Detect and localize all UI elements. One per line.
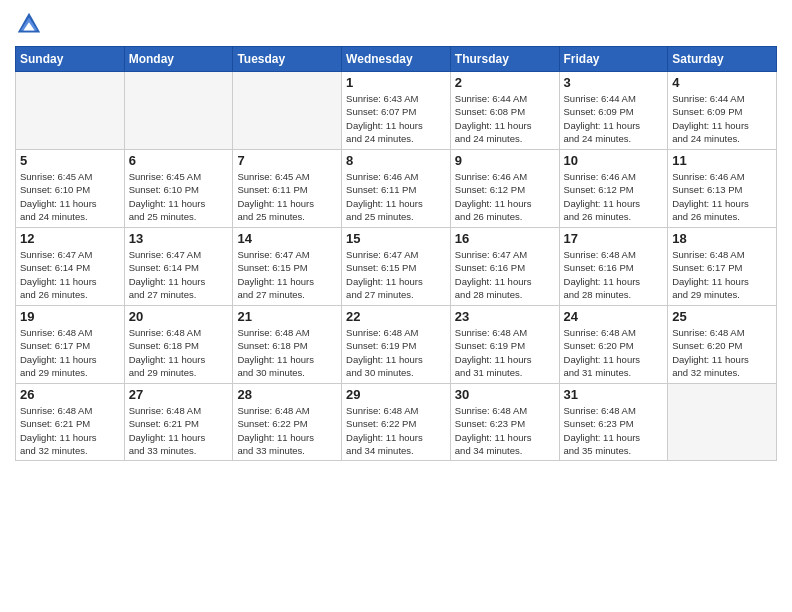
day-number: 21 <box>237 309 337 324</box>
day-number: 24 <box>564 309 664 324</box>
day-info: Sunrise: 6:45 AM Sunset: 6:10 PM Dayligh… <box>129 170 229 223</box>
day-number: 5 <box>20 153 120 168</box>
calendar-cell: 2Sunrise: 6:44 AM Sunset: 6:08 PM Daylig… <box>450 72 559 150</box>
day-number: 19 <box>20 309 120 324</box>
day-info: Sunrise: 6:48 AM Sunset: 6:17 PM Dayligh… <box>20 326 120 379</box>
calendar-cell: 6Sunrise: 6:45 AM Sunset: 6:10 PM Daylig… <box>124 150 233 228</box>
logo-icon <box>15 10 43 38</box>
day-info: Sunrise: 6:48 AM Sunset: 6:20 PM Dayligh… <box>672 326 772 379</box>
day-info: Sunrise: 6:48 AM Sunset: 6:17 PM Dayligh… <box>672 248 772 301</box>
calendar-cell <box>124 72 233 150</box>
day-number: 8 <box>346 153 446 168</box>
calendar-cell: 31Sunrise: 6:48 AM Sunset: 6:23 PM Dayli… <box>559 384 668 461</box>
day-info: Sunrise: 6:46 AM Sunset: 6:13 PM Dayligh… <box>672 170 772 223</box>
calendar-week-4: 19Sunrise: 6:48 AM Sunset: 6:17 PM Dayli… <box>16 306 777 384</box>
calendar-cell: 28Sunrise: 6:48 AM Sunset: 6:22 PM Dayli… <box>233 384 342 461</box>
day-number: 2 <box>455 75 555 90</box>
day-info: Sunrise: 6:46 AM Sunset: 6:12 PM Dayligh… <box>455 170 555 223</box>
calendar-cell: 8Sunrise: 6:46 AM Sunset: 6:11 PM Daylig… <box>342 150 451 228</box>
calendar-cell: 4Sunrise: 6:44 AM Sunset: 6:09 PM Daylig… <box>668 72 777 150</box>
day-info: Sunrise: 6:48 AM Sunset: 6:19 PM Dayligh… <box>455 326 555 379</box>
day-number: 10 <box>564 153 664 168</box>
day-number: 18 <box>672 231 772 246</box>
calendar-header-monday: Monday <box>124 47 233 72</box>
calendar-cell: 22Sunrise: 6:48 AM Sunset: 6:19 PM Dayli… <box>342 306 451 384</box>
day-info: Sunrise: 6:46 AM Sunset: 6:12 PM Dayligh… <box>564 170 664 223</box>
day-info: Sunrise: 6:48 AM Sunset: 6:19 PM Dayligh… <box>346 326 446 379</box>
day-number: 12 <box>20 231 120 246</box>
day-number: 17 <box>564 231 664 246</box>
calendar-cell: 3Sunrise: 6:44 AM Sunset: 6:09 PM Daylig… <box>559 72 668 150</box>
day-number: 11 <box>672 153 772 168</box>
page: SundayMondayTuesdayWednesdayThursdayFrid… <box>0 0 792 612</box>
day-info: Sunrise: 6:48 AM Sunset: 6:23 PM Dayligh… <box>564 404 664 457</box>
day-info: Sunrise: 6:48 AM Sunset: 6:21 PM Dayligh… <box>20 404 120 457</box>
calendar-week-1: 1Sunrise: 6:43 AM Sunset: 6:07 PM Daylig… <box>16 72 777 150</box>
calendar-cell: 21Sunrise: 6:48 AM Sunset: 6:18 PM Dayli… <box>233 306 342 384</box>
day-number: 4 <box>672 75 772 90</box>
calendar-cell <box>668 384 777 461</box>
calendar-week-2: 5Sunrise: 6:45 AM Sunset: 6:10 PM Daylig… <box>16 150 777 228</box>
day-info: Sunrise: 6:48 AM Sunset: 6:18 PM Dayligh… <box>129 326 229 379</box>
calendar-cell: 25Sunrise: 6:48 AM Sunset: 6:20 PM Dayli… <box>668 306 777 384</box>
calendar-cell: 17Sunrise: 6:48 AM Sunset: 6:16 PM Dayli… <box>559 228 668 306</box>
header <box>15 10 777 38</box>
day-info: Sunrise: 6:45 AM Sunset: 6:11 PM Dayligh… <box>237 170 337 223</box>
calendar-cell <box>233 72 342 150</box>
day-number: 22 <box>346 309 446 324</box>
day-info: Sunrise: 6:45 AM Sunset: 6:10 PM Dayligh… <box>20 170 120 223</box>
day-number: 9 <box>455 153 555 168</box>
calendar-cell: 29Sunrise: 6:48 AM Sunset: 6:22 PM Dayli… <box>342 384 451 461</box>
day-number: 30 <box>455 387 555 402</box>
day-info: Sunrise: 6:47 AM Sunset: 6:15 PM Dayligh… <box>237 248 337 301</box>
calendar-table: SundayMondayTuesdayWednesdayThursdayFrid… <box>15 46 777 461</box>
day-number: 29 <box>346 387 446 402</box>
day-info: Sunrise: 6:44 AM Sunset: 6:08 PM Dayligh… <box>455 92 555 145</box>
calendar-header-tuesday: Tuesday <box>233 47 342 72</box>
calendar-week-3: 12Sunrise: 6:47 AM Sunset: 6:14 PM Dayli… <box>16 228 777 306</box>
calendar-cell: 16Sunrise: 6:47 AM Sunset: 6:16 PM Dayli… <box>450 228 559 306</box>
day-info: Sunrise: 6:44 AM Sunset: 6:09 PM Dayligh… <box>564 92 664 145</box>
calendar-cell: 15Sunrise: 6:47 AM Sunset: 6:15 PM Dayli… <box>342 228 451 306</box>
day-number: 15 <box>346 231 446 246</box>
day-info: Sunrise: 6:48 AM Sunset: 6:22 PM Dayligh… <box>237 404 337 457</box>
calendar-cell: 18Sunrise: 6:48 AM Sunset: 6:17 PM Dayli… <box>668 228 777 306</box>
day-number: 25 <box>672 309 772 324</box>
calendar-cell: 13Sunrise: 6:47 AM Sunset: 6:14 PM Dayli… <box>124 228 233 306</box>
calendar-cell: 27Sunrise: 6:48 AM Sunset: 6:21 PM Dayli… <box>124 384 233 461</box>
day-number: 6 <box>129 153 229 168</box>
calendar-cell: 10Sunrise: 6:46 AM Sunset: 6:12 PM Dayli… <box>559 150 668 228</box>
day-number: 16 <box>455 231 555 246</box>
day-info: Sunrise: 6:48 AM Sunset: 6:16 PM Dayligh… <box>564 248 664 301</box>
day-number: 28 <box>237 387 337 402</box>
day-number: 26 <box>20 387 120 402</box>
calendar-cell: 5Sunrise: 6:45 AM Sunset: 6:10 PM Daylig… <box>16 150 125 228</box>
logo <box>15 10 47 38</box>
calendar-cell: 23Sunrise: 6:48 AM Sunset: 6:19 PM Dayli… <box>450 306 559 384</box>
day-info: Sunrise: 6:48 AM Sunset: 6:18 PM Dayligh… <box>237 326 337 379</box>
calendar-cell: 11Sunrise: 6:46 AM Sunset: 6:13 PM Dayli… <box>668 150 777 228</box>
calendar-header-thursday: Thursday <box>450 47 559 72</box>
calendar-header-wednesday: Wednesday <box>342 47 451 72</box>
day-info: Sunrise: 6:44 AM Sunset: 6:09 PM Dayligh… <box>672 92 772 145</box>
day-info: Sunrise: 6:46 AM Sunset: 6:11 PM Dayligh… <box>346 170 446 223</box>
calendar-cell: 26Sunrise: 6:48 AM Sunset: 6:21 PM Dayli… <box>16 384 125 461</box>
calendar-cell: 30Sunrise: 6:48 AM Sunset: 6:23 PM Dayli… <box>450 384 559 461</box>
day-number: 23 <box>455 309 555 324</box>
calendar-cell: 20Sunrise: 6:48 AM Sunset: 6:18 PM Dayli… <box>124 306 233 384</box>
calendar-cell: 12Sunrise: 6:47 AM Sunset: 6:14 PM Dayli… <box>16 228 125 306</box>
day-info: Sunrise: 6:47 AM Sunset: 6:16 PM Dayligh… <box>455 248 555 301</box>
day-number: 13 <box>129 231 229 246</box>
day-number: 1 <box>346 75 446 90</box>
day-number: 3 <box>564 75 664 90</box>
calendar-cell: 7Sunrise: 6:45 AM Sunset: 6:11 PM Daylig… <box>233 150 342 228</box>
day-info: Sunrise: 6:48 AM Sunset: 6:21 PM Dayligh… <box>129 404 229 457</box>
day-number: 20 <box>129 309 229 324</box>
calendar-header-saturday: Saturday <box>668 47 777 72</box>
day-info: Sunrise: 6:48 AM Sunset: 6:20 PM Dayligh… <box>564 326 664 379</box>
day-info: Sunrise: 6:43 AM Sunset: 6:07 PM Dayligh… <box>346 92 446 145</box>
day-info: Sunrise: 6:47 AM Sunset: 6:15 PM Dayligh… <box>346 248 446 301</box>
calendar-header-sunday: Sunday <box>16 47 125 72</box>
calendar-cell: 9Sunrise: 6:46 AM Sunset: 6:12 PM Daylig… <box>450 150 559 228</box>
calendar-header-row: SundayMondayTuesdayWednesdayThursdayFrid… <box>16 47 777 72</box>
